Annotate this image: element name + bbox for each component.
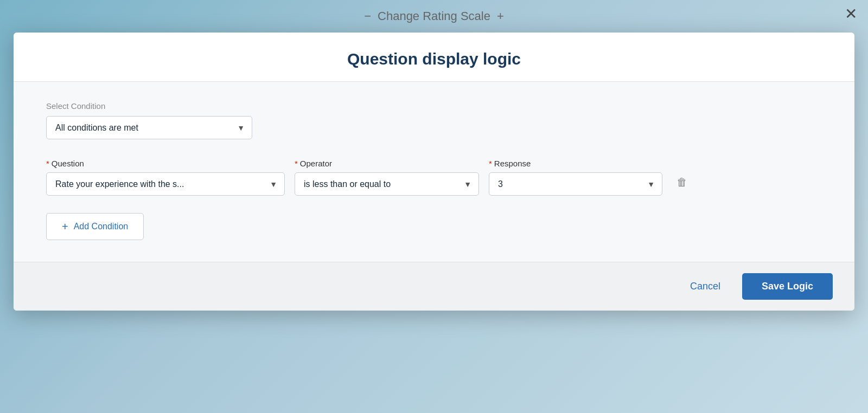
modal-overlay: Question display logic Select Condition …	[0, 0, 868, 413]
operator-required-star: *	[295, 159, 298, 168]
condition-select-wrapper: All conditions are met Any conditions ar…	[46, 116, 252, 139]
response-label-text: Response	[494, 159, 531, 168]
operator-select[interactable]: is less than or equal to is greater than…	[295, 172, 479, 196]
modal-header: Question display logic	[14, 33, 854, 82]
operator-select-wrapper: is less than or equal to is greater than…	[295, 172, 479, 196]
trash-icon	[676, 175, 687, 189]
question-select[interactable]: Rate your experience with the s...	[46, 172, 285, 196]
question-field-group: * Question Rate your experience with the…	[46, 159, 285, 196]
select-condition-label: Select Condition	[46, 101, 822, 111]
condition-select[interactable]: All conditions are met Any conditions ar…	[46, 116, 252, 139]
operator-label-text: Operator	[300, 159, 332, 168]
operator-field-group: * Operator is less than or equal to is g…	[295, 159, 479, 196]
cancel-button[interactable]: Cancel	[679, 274, 731, 299]
response-label: * Response	[489, 159, 662, 168]
question-label-text: Question	[52, 159, 84, 168]
question-label: * Question	[46, 159, 285, 168]
response-select[interactable]: 1 2 3 4 5	[489, 172, 662, 196]
add-condition-button[interactable]: + Add Condition	[46, 213, 144, 240]
condition-row: * Question Rate your experience with the…	[46, 159, 822, 196]
modal: Question display logic Select Condition …	[14, 33, 854, 311]
question-select-wrapper: Rate your experience with the s... ▼	[46, 172, 285, 196]
modal-footer: Cancel Save Logic	[14, 262, 854, 311]
response-required-star: *	[489, 159, 492, 168]
question-required-star: *	[46, 159, 49, 168]
modal-title: Question display logic	[35, 50, 833, 68]
modal-body: Select Condition All conditions are met …	[14, 82, 854, 262]
delete-condition-button[interactable]	[672, 170, 692, 195]
operator-label: * Operator	[295, 159, 479, 168]
add-condition-plus-icon: +	[62, 221, 68, 232]
response-select-wrapper: 1 2 3 4 5 ▼	[489, 172, 662, 196]
condition-fields: * Question Rate your experience with the…	[46, 159, 822, 196]
save-logic-button[interactable]: Save Logic	[742, 273, 833, 300]
response-field-group: * Response 1 2 3 4 5 ▼	[489, 159, 662, 196]
add-condition-label: Add Condition	[74, 222, 129, 231]
